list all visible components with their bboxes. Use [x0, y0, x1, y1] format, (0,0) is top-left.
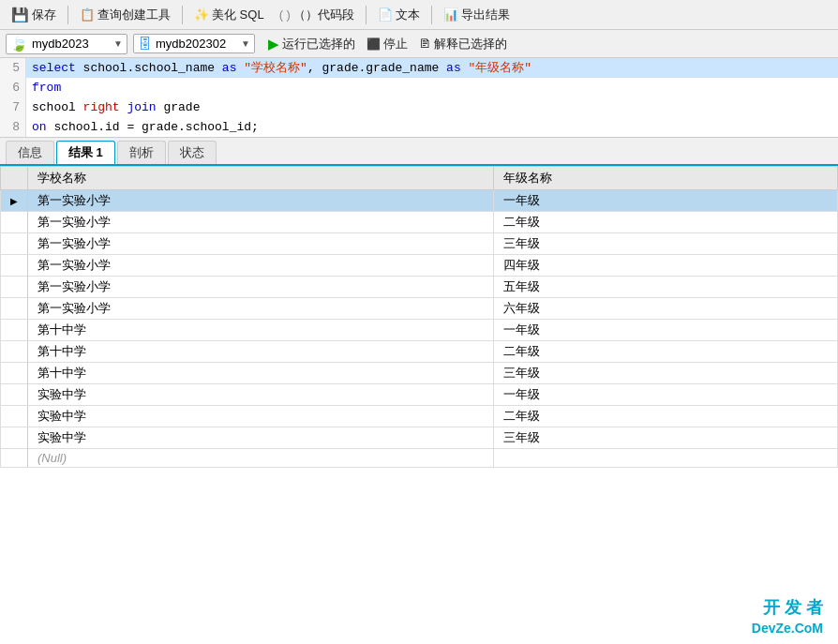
cell-grade: 一年级: [494, 190, 838, 212]
table-row[interactable]: 第十中学一年级: [1, 320, 838, 341]
row-indicator-header: [1, 167, 28, 190]
line-content-6: from: [26, 78, 61, 97]
sql-line-5: 5 select school.school_name as "学校名称", g…: [0, 58, 838, 78]
cell-school: 第一实验小学: [28, 298, 494, 320]
cell-grade: 四年级: [494, 255, 838, 277]
row-indicator: [1, 406, 28, 427]
conn-bar: 🍃 mydb2023 ▼ 🗄 mydb202302 ▼ ▶ 运行已选择的 ⬛ 停…: [0, 30, 838, 58]
cell-school: 第十中学: [28, 320, 494, 341]
cell-school: 实验中学: [28, 427, 494, 449]
table-row[interactable]: 第十中学三年级: [1, 363, 838, 384]
cell-school: 第一实验小学: [28, 212, 494, 233]
cell-grade: 二年级: [494, 406, 838, 427]
text-button[interactable]: 📄 文本: [372, 5, 426, 25]
save-button[interactable]: 💾 保存: [6, 5, 62, 25]
cell-grade: 六年级: [494, 298, 838, 320]
table-row[interactable]: 实验中学一年级: [1, 384, 838, 406]
cell-school: 实验中学: [28, 384, 494, 406]
table-row[interactable]: (Null): [1, 449, 838, 468]
stop-icon: ⬛: [367, 37, 381, 51]
export-button[interactable]: 📊 导出结果: [438, 5, 516, 25]
cell-grade: 三年级: [494, 363, 838, 384]
line-num-8: 8: [0, 117, 26, 137]
beautify-icon: ✨: [194, 7, 209, 22]
row-indicator: [1, 277, 28, 298]
cell-grade: 三年级: [494, 233, 838, 255]
row-indicator: [1, 363, 28, 384]
code-seg-button[interactable]: ( ) （）代码段: [274, 5, 360, 25]
db1-name: mydb2023: [32, 37, 89, 51]
table-row[interactable]: 第一实验小学四年级: [1, 255, 838, 277]
db2-arrow-icon: ▼: [241, 38, 250, 49]
main-content: 5 select school.school_name as "学校名称", g…: [0, 58, 838, 644]
play-icon: ▶: [268, 36, 279, 52]
db2-icon: 🗄: [138, 36, 152, 52]
cell-school: 第一实验小学: [28, 190, 494, 212]
table-row[interactable]: 实验中学二年级: [1, 406, 838, 427]
text-label: 文本: [396, 7, 420, 23]
export-icon: 📊: [443, 7, 458, 22]
line-num-7: 7: [0, 97, 26, 117]
db1-icon: 🍃: [10, 36, 28, 52]
toolbar: 💾 保存 📋 查询创建工具 ✨ 美化 SQL ( ) （）代码段 📄 文本 📊 …: [0, 0, 838, 30]
results-area[interactable]: 学校名称 年级名称 ▶第一实验小学一年级第一实验小学二年级第一实验小学三年级第一…: [0, 166, 838, 644]
col-header-school[interactable]: 学校名称: [28, 167, 494, 190]
query-tool-label: 查询创建工具: [97, 7, 171, 23]
table-row[interactable]: 第一实验小学三年级: [1, 233, 838, 255]
cell-school: 实验中学: [28, 406, 494, 427]
run-selected-button[interactable]: ▶ 运行已选择的: [264, 34, 359, 54]
line-content-8: on school.id = grade.school_id;: [26, 117, 259, 137]
query-tool-icon: 📋: [80, 7, 95, 22]
sql-line-6: 6 from: [0, 78, 838, 97]
save-label: 保存: [32, 7, 56, 23]
row-indicator: [1, 212, 28, 233]
cell-school: (Null): [28, 449, 494, 468]
db2-selector[interactable]: 🗄 mydb202302 ▼: [133, 34, 255, 53]
line-content-7: school right join grade: [26, 97, 200, 117]
cell-school: 第一实验小学: [28, 255, 494, 277]
table-row[interactable]: ▶第一实验小学一年级: [1, 190, 838, 212]
row-indicator: [1, 449, 28, 468]
sql-editor[interactable]: 5 select school.school_name as "学校名称", g…: [0, 58, 838, 138]
explain-icon: 🖹: [419, 37, 431, 51]
row-indicator: ▶: [1, 190, 28, 212]
sep4: [431, 6, 432, 24]
table-row[interactable]: 第一实验小学六年级: [1, 298, 838, 320]
row-indicator: [1, 341, 28, 363]
beautify-sql-button[interactable]: ✨ 美化 SQL: [188, 5, 270, 25]
tab-status[interactable]: 状态: [168, 141, 217, 164]
save-icon: 💾: [11, 7, 29, 23]
db1-selector[interactable]: 🍃 mydb2023 ▼: [6, 34, 127, 54]
sep3: [366, 6, 367, 24]
code-seg-icon: ( ): [279, 7, 291, 22]
row-indicator: [1, 427, 28, 449]
cell-grade: 一年级: [494, 320, 838, 341]
tab-analyze[interactable]: 剖析: [117, 141, 166, 164]
table-header-row: 学校名称 年级名称: [1, 167, 838, 190]
beautify-sql-label: 美化 SQL: [212, 7, 264, 23]
code-seg-label: （）代码段: [293, 7, 354, 23]
table-row[interactable]: 第一实验小学二年级: [1, 212, 838, 233]
export-label: 导出结果: [461, 7, 510, 23]
cell-grade: [494, 449, 838, 468]
row-indicator: [1, 233, 28, 255]
table-row[interactable]: 实验中学三年级: [1, 427, 838, 449]
stop-button[interactable]: ⬛ 停止: [363, 34, 412, 54]
table-row[interactable]: 第一实验小学五年级: [1, 277, 838, 298]
tab-info[interactable]: 信息: [6, 141, 54, 164]
row-indicator: [1, 384, 28, 406]
tab-results[interactable]: 结果 1: [56, 141, 115, 164]
cell-school: 第十中学: [28, 363, 494, 384]
query-tool-button[interactable]: 📋 查询创建工具: [74, 5, 176, 25]
line-content-5: select school.school_name as "学校名称", gra…: [26, 58, 531, 78]
sep2: [182, 6, 183, 24]
row-indicator: [1, 320, 28, 341]
cell-grade: 五年级: [494, 277, 838, 298]
tabs-bar: 信息 结果 1 剖析 状态: [0, 138, 838, 166]
db1-arrow-icon: ▼: [113, 38, 123, 49]
table-row[interactable]: 第十中学二年级: [1, 341, 838, 363]
explain-button[interactable]: 🖹 解释已选择的: [415, 34, 511, 54]
cell-grade: 二年级: [494, 341, 838, 363]
line-num-6: 6: [0, 78, 26, 97]
col-header-grade[interactable]: 年级名称: [494, 167, 838, 190]
